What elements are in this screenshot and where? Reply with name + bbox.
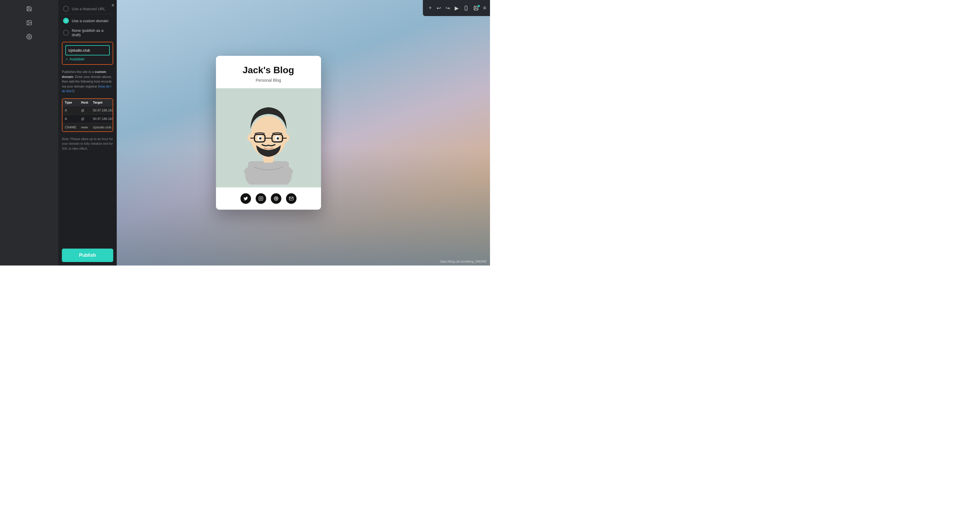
blog-footer [216,188,321,210]
svg-point-20 [259,137,261,140]
how-link[interactable]: how do I do this? [62,84,111,93]
blog-title: Jack's Blog [222,65,315,76]
save-dot [478,5,480,7]
type-header: Type [62,99,79,106]
panel-settings-icon[interactable] [23,31,35,43]
blog-avatar-section [216,88,321,188]
domain-section: ✓ Available! [62,42,113,65]
mobile-preview-button[interactable] [461,4,471,13]
avatar-svg [231,91,306,185]
url-text: https://blog.cdn.io/netblog_3482940 [441,260,487,263]
featured-url-label: Use a featured URL [72,7,105,11]
draft-label: None (publish as a draft) [72,28,112,37]
option-circle [63,6,69,12]
row2-host: @ [79,114,91,123]
svg-point-23 [260,198,261,199]
menu-button[interactable]: ≡ [481,3,489,13]
url-bar: https://blog.cdn.io/netblog_3482940 [441,260,487,263]
availability-status: ✓ Available! [65,57,110,61]
description-text: Publishes this site to a custom domain. … [62,70,113,94]
svg-point-4 [29,36,30,38]
blog-subtitle: Personal Blog [222,78,315,83]
row3-target: izjstudio.club. [91,123,113,131]
dns-table-section: Type Host Target A @ 50.97.186.163 A @ 5… [62,98,113,132]
svg-rect-0 [465,6,467,10]
email-icon[interactable] [286,194,296,204]
table-row: A @ 50.97.186.163 [62,106,113,114]
play-button[interactable]: ▶ [452,3,461,13]
row3-host: www [79,123,91,131]
note-text: Note: Please allow up to an hour for you… [62,137,113,151]
instagram-icon[interactable] [256,194,266,204]
top-toolbar: + ↩ ↪ ▶ ≡ [423,0,490,16]
dns-table: Type Host Target A @ 50.97.186.163 A @ 5… [62,99,113,131]
draft-option[interactable]: None (publish as a draft) [62,26,113,40]
close-button[interactable]: × [111,2,115,8]
svg-rect-22 [259,197,262,200]
table-row: A @ 50.97.186.164 [62,114,113,123]
svg-point-21 [277,137,279,140]
table-row: CNAME www izjstudio.club. [62,123,113,131]
dribbble-icon[interactable] [271,194,282,204]
draft-circle [63,30,69,36]
left-panel [0,0,58,266]
row2-target: 50.97.186.164 [91,114,113,123]
twitter-icon[interactable] [240,194,251,204]
row2-type: A [62,114,79,123]
domain-input[interactable] [65,45,110,56]
save-button[interactable] [471,4,481,13]
row1-host: @ [79,106,91,114]
row3-type: CNAME [62,123,79,131]
check-icon: ✓ [63,18,69,24]
redo-button[interactable]: ↪ [443,3,452,13]
blog-header: Jack's Blog Personal Blog [216,56,321,88]
panel-image-icon[interactable] [23,17,35,29]
row1-target: 50.97.186.163 [91,106,113,114]
available-text: Available! [70,57,84,61]
featured-url-option[interactable]: Use a featured URL [62,3,113,14]
custom-domain-label: Use a custom domain [72,19,108,23]
check-symbol: ✓ [65,57,68,61]
target-header: Target [91,99,113,106]
bold-text: custom domain [62,70,106,78]
add-button[interactable]: + [426,3,434,13]
panel-save-icon[interactable] [23,3,35,14]
svg-point-3 [28,22,29,22]
blog-preview-card: Jack's Blog Personal Blog [216,56,321,210]
publish-panel: × Use a featured URL ✓ Use a custom doma… [58,0,117,266]
host-header: Host [79,99,91,106]
publish-button[interactable]: Publish [62,249,113,262]
custom-domain-option[interactable]: ✓ Use a custom domain [62,16,113,26]
undo-button[interactable]: ↩ [434,3,443,13]
row1-type: A [62,106,79,114]
